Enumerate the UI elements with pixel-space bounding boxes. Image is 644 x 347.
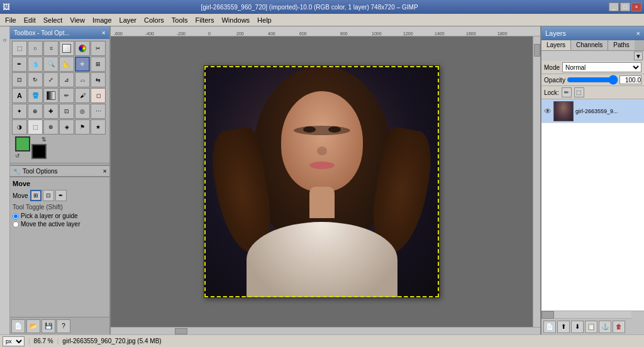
move-active-option[interactable]: Move the active layer — [13, 221, 107, 228]
help-btn[interactable]: ? — [57, 319, 70, 333]
save-image-btn[interactable]: 💾 — [42, 319, 55, 333]
close-button[interactable]: × — [631, 3, 641, 11]
menu-image[interactable]: Image — [89, 15, 116, 25]
tool-move[interactable]: ✛ — [75, 57, 90, 72]
tool-clone[interactable]: ⊕ — [28, 104, 43, 119]
lock-pixels-btn[interactable]: ✏ — [562, 87, 572, 97]
tool-rect-select[interactable]: ⬚ — [12, 41, 27, 56]
tool-crop[interactable]: ⊡ — [12, 72, 27, 87]
minimize-button[interactable]: _ — [609, 3, 619, 11]
tool-ellipse-select[interactable]: ○ — [28, 41, 43, 56]
tool-color-picker[interactable]: 💧 — [28, 57, 43, 72]
tool-perspective-clone[interactable]: ⊡ — [59, 104, 74, 119]
horizontal-scrollbar[interactable] — [111, 327, 540, 334]
move-type-sel-btn[interactable]: ⊡ — [43, 190, 54, 201]
tool-paths[interactable]: ✒ — [12, 57, 27, 72]
tool-text[interactable]: A — [12, 88, 27, 103]
tool-blur[interactable]: ◎ — [75, 104, 90, 119]
menu-select[interactable]: Select — [40, 15, 67, 25]
menu-file[interactable]: File — [1, 15, 20, 25]
toolbox-close[interactable]: × — [102, 29, 106, 36]
tool-zoom[interactable]: 🔍 — [43, 57, 58, 72]
tool-bucket-fill[interactable]: 🪣 — [28, 88, 43, 103]
raise-layer-btn[interactable]: ⬆ — [557, 321, 570, 333]
lock-alpha-btn[interactable]: ⬚ — [574, 87, 584, 97]
delete-layer-btn[interactable]: 🗑 — [613, 321, 625, 333]
tool-blend[interactable] — [43, 88, 58, 103]
tool-eraser[interactable]: ◻ — [91, 88, 106, 103]
unit-select[interactable]: px — [3, 336, 25, 346]
tool-flip[interactable]: ⇆ — [91, 72, 106, 87]
menu-layer[interactable]: Layer — [116, 15, 141, 25]
move-type-layer-btn[interactable]: ⊞ — [30, 190, 42, 201]
new-image-btn[interactable]: 📄 — [11, 319, 25, 333]
tool-dodge-burn[interactable]: ◑ — [12, 119, 27, 135]
menu-tools[interactable]: Tools — [168, 15, 192, 25]
swap-colors-icon[interactable]: ⇅ — [42, 136, 47, 143]
tool-scale[interactable]: ⤢ — [43, 72, 58, 87]
tool-paintbrush[interactable]: 🖌 — [75, 88, 90, 103]
tool-perspective[interactable]: ⌓ — [75, 72, 90, 87]
tool-extra3[interactable]: ★ — [91, 119, 106, 135]
tool-shear[interactable]: ⊿ — [59, 72, 74, 87]
tool-align[interactable]: ⊞ — [91, 57, 106, 72]
opacity-slider[interactable] — [567, 76, 618, 84]
tool-pencil[interactable]: ✏ — [59, 88, 74, 103]
menu-edit[interactable]: Edit — [20, 15, 40, 25]
tool-options-close[interactable]: × — [103, 167, 107, 175]
move-type-path-btn[interactable]: ✒ — [55, 190, 67, 201]
layers-close-btn[interactable]: × — [636, 30, 640, 37]
menu-windows[interactable]: Windows — [218, 15, 253, 25]
tool-fuzzy-select[interactable] — [59, 41, 74, 56]
tool-options-header: 🔧 Tool Options × — [10, 165, 109, 177]
window-controls[interactable]: _ □ × — [609, 3, 641, 11]
background-color-box[interactable] — [31, 144, 47, 159]
new-layer-from-visible-btn[interactable]: 📄 — [543, 321, 556, 333]
menu-colors[interactable]: Colors — [140, 15, 168, 25]
vertical-scrollbar[interactable] — [533, 36, 540, 327]
channels-tab[interactable]: Channels — [571, 40, 608, 50]
tool-select-by-color[interactable] — [75, 41, 90, 56]
reset-colors-icon[interactable]: ↺ — [15, 153, 20, 159]
layers-scroll-expand[interactable]: ▼ — [634, 52, 643, 60]
tool-options-title: Tool Options — [23, 168, 58, 175]
anchor-layer-btn[interactable]: ⚓ — [599, 321, 611, 333]
tool-heal[interactable]: ✚ — [43, 104, 58, 119]
tool-rotate[interactable]: ↻ — [28, 72, 43, 87]
tool-smudge[interactable]: ⋯ — [91, 104, 106, 119]
tool-airbrush[interactable]: ✦ — [12, 104, 27, 119]
menu-filters[interactable]: Filters — [192, 15, 218, 25]
status-separator-1: | — [28, 338, 30, 344]
canvas-area: -600 -400 -200 0 200 400 600 800 1000 12… — [111, 26, 540, 334]
menu-help[interactable]: Help — [253, 15, 275, 25]
tool-free-select[interactable]: ⌗ — [43, 41, 58, 56]
menu-view[interactable]: View — [66, 15, 89, 25]
status-bar: px | 86.7 % | girl-2663559_960_720.jpg (… — [0, 334, 644, 347]
layer-visibility-eye[interactable]: 👁 — [544, 107, 552, 116]
paths-tab[interactable]: Paths — [608, 40, 635, 50]
duplicate-layer-btn[interactable]: 📋 — [585, 321, 597, 333]
title-bar: 🖼 [girl-2663559_960_720] (imported)-10.0… — [0, 0, 644, 14]
tool-extra2[interactable]: ⚑ — [75, 119, 90, 135]
maximize-button[interactable]: □ — [620, 3, 630, 11]
tool-scissors[interactable]: ✂ — [91, 41, 106, 56]
tool-desaturate[interactable]: ⬚ — [28, 119, 43, 135]
move-active-radio[interactable] — [13, 221, 19, 228]
image-canvas[interactable] — [204, 65, 440, 298]
tool-measure[interactable]: 📐 — [59, 57, 74, 72]
layers-scrollbar-h[interactable] — [541, 311, 644, 318]
tool-options-icon: 🔧 — [13, 168, 20, 175]
layer-mode-select[interactable]: Normal Dissolve Multiply Screen — [562, 62, 641, 72]
tool-script-fu[interactable]: ⊗ — [43, 119, 58, 135]
pick-layer-radio[interactable] — [13, 213, 19, 219]
foreground-color-box[interactable] — [15, 136, 30, 151]
lower-layer-btn[interactable]: ⬇ — [571, 321, 584, 333]
toolbox: Toolbox - Tool Opt... × ⬚ ○ ⌗ ✂ ✒ 💧 🔍 📐 … — [10, 26, 111, 334]
open-image-btn[interactable]: 📂 — [26, 319, 40, 333]
horizontal-ruler: -600 -400 -200 0 200 400 600 800 1000 12… — [111, 26, 540, 36]
layers-tab[interactable]: Layers — [541, 40, 571, 50]
layer-item[interactable]: 👁 girl-2663559_9... — [541, 99, 644, 123]
pick-layer-option[interactable]: Pick a layer or guide — [13, 212, 107, 219]
opacity-value-input[interactable] — [619, 75, 641, 84]
tool-extra1[interactable]: ◈ — [59, 119, 74, 135]
